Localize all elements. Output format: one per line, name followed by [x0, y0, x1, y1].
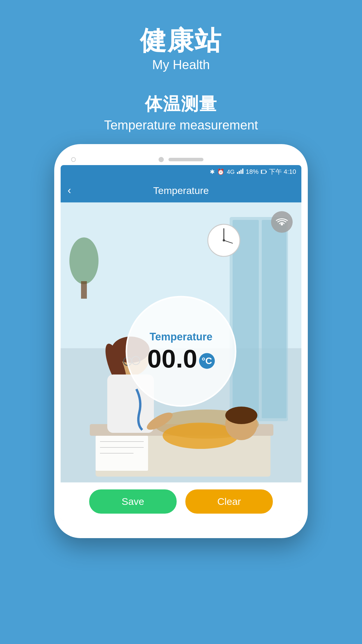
back-button[interactable]: ‹ [68, 184, 71, 197]
temperature-circle: Temperature 00.0 °C [126, 296, 236, 407]
svg-rect-0 [237, 172, 238, 174]
temperature-unit: °C [199, 353, 215, 369]
status-icons: ✱ ⏰ 4G 18% [210, 167, 296, 176]
svg-rect-5 [266, 171, 267, 173]
time-display: 下午 4:10 [269, 167, 296, 176]
svg-rect-36 [81, 281, 87, 299]
battery-percent: 18% [246, 168, 259, 176]
svg-point-35 [69, 237, 99, 284]
wifi-button[interactable] [271, 211, 293, 233]
svg-rect-1 [239, 171, 240, 174]
status-bar: ✱ ⏰ 4G 18% [61, 165, 301, 178]
temperature-value: 00.0 [147, 346, 197, 372]
screen-buttons: Save Clear [61, 482, 301, 521]
battery-icon [261, 168, 267, 176]
network-type: 4G [227, 169, 235, 175]
svg-rect-3 [242, 169, 243, 174]
phone-mockup: ✱ ⏰ 4G 18% [54, 144, 308, 538]
screen-content: Temperature 00.0 °C [61, 202, 301, 482]
section-label: 体温测量 Temperature measurement [104, 92, 258, 132]
phone-camera [159, 157, 164, 162]
app-title-chinese: 健康站 [140, 26, 222, 55]
temperature-label: Temperature [150, 331, 212, 343]
clear-button[interactable]: Clear [185, 489, 273, 514]
section-label-english: Temperature measurement [104, 118, 258, 132]
alarm-icon: ⏰ [217, 168, 224, 175]
section-label-chinese: 体温测量 [104, 92, 258, 116]
svg-rect-2 [240, 170, 242, 174]
phone-home-sensor [71, 157, 76, 162]
bluetooth-icon: ✱ [210, 168, 215, 175]
nav-bar: ‹ Temperature [61, 178, 301, 202]
app-title-english: My Health [140, 57, 222, 72]
nav-title: Temperature [153, 185, 209, 196]
save-button[interactable]: Save [89, 489, 177, 514]
signal-bars-icon [237, 168, 243, 176]
phone-top-bezel [61, 153, 301, 165]
phone-screen: ✱ ⏰ 4G 18% [61, 165, 301, 521]
svg-rect-6 [261, 170, 262, 173]
wifi-icon [275, 216, 288, 228]
svg-point-22 [225, 407, 257, 424]
phone-speaker [168, 158, 203, 161]
app-header: 健康站 My Health [140, 26, 222, 72]
svg-rect-12 [262, 220, 287, 418]
